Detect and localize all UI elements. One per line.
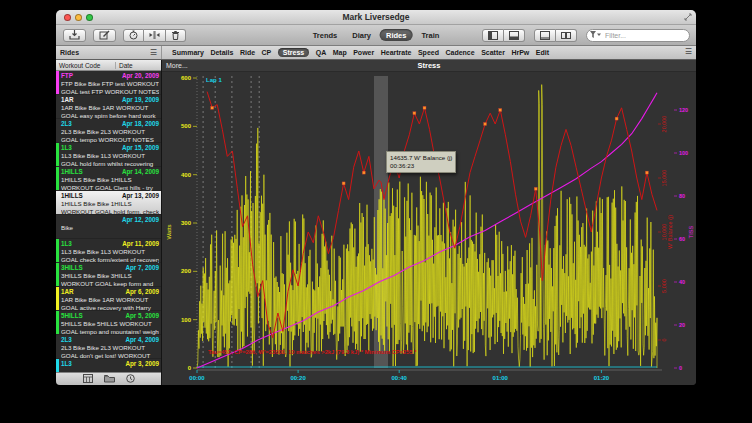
ride-date: Apr 7, 2009 bbox=[125, 264, 159, 272]
sidebar-title: Rides bbox=[60, 49, 79, 56]
chart-tab-details[interactable]: Details bbox=[210, 49, 233, 56]
ride-list-item[interactable]: Apr 12, 2009Bike bbox=[56, 215, 161, 239]
tabbed-view-button[interactable] bbox=[534, 29, 556, 42]
chart-tab-cp[interactable]: CP bbox=[262, 49, 272, 56]
ride-code: 5HILLS bbox=[61, 312, 83, 320]
funnel-icon[interactable] bbox=[590, 31, 602, 40]
stopwatch-icon bbox=[129, 30, 138, 40]
sidebar-bottom-bar bbox=[56, 372, 161, 385]
chart-tab-ride[interactable]: Ride bbox=[240, 49, 255, 56]
view-tab-rides[interactable]: Rides bbox=[380, 29, 412, 41]
ride-color-stripe bbox=[56, 311, 59, 334]
layout-toggles-group bbox=[534, 29, 577, 42]
ride-date: Apr 6, 2009 bbox=[125, 288, 159, 296]
import-ride-button[interactable] bbox=[63, 29, 86, 42]
ride-date: Apr 14, 2009 bbox=[122, 168, 159, 176]
watts-tick-label: 100 bbox=[181, 317, 192, 323]
ride-list-item[interactable]: FTPApr 20, 2009FTP Bike Bike FTP test WO… bbox=[56, 71, 161, 95]
more-link[interactable]: More... bbox=[166, 62, 188, 69]
ride-date: Apr 18, 2009 bbox=[122, 120, 159, 128]
sidebar-header: Rides ☰ bbox=[56, 46, 162, 59]
ride-list-item[interactable]: 5HILLSApr 5, 20095HILLS Bike 5HILLS WORK… bbox=[56, 311, 161, 335]
match-marker bbox=[534, 187, 537, 190]
ride-color-stripe bbox=[56, 263, 59, 286]
chart-tab-edit[interactable]: Edit bbox=[536, 49, 549, 56]
chart-tab-hrpw[interactable]: HrPw bbox=[511, 49, 529, 56]
ride-date: Apr 3, 2009 bbox=[125, 360, 159, 368]
ride-list-item[interactable]: 1ARApr 6, 20091AR Bike Bike 1AR WORKOUTG… bbox=[56, 287, 161, 311]
calendar-view-icon[interactable] bbox=[83, 374, 93, 384]
ride-list-item[interactable]: 1HILLSApr 14, 20091HILLS Bike Bike 1HILL… bbox=[56, 167, 161, 191]
clock-icon[interactable] bbox=[126, 374, 135, 384]
toggle-bottom-panel-button[interactable] bbox=[504, 29, 525, 42]
ride-list-item[interactable]: 2L3Apr 4, 20092L3 Bike Bike 2L3 WORKOUTG… bbox=[56, 335, 161, 359]
ride-description: 5HILLS Bike 5HILLS WORKOUT bbox=[61, 320, 159, 328]
ride-list-column-header[interactable]: Workout Code Date bbox=[56, 60, 161, 71]
tab-strip: Rides ☰ SummaryDetailsRideCPStressQAMapP… bbox=[56, 46, 696, 60]
minimize-button[interactable] bbox=[75, 14, 82, 21]
match-marker bbox=[423, 106, 426, 109]
zoom-button[interactable] bbox=[86, 14, 93, 21]
folder-icon[interactable] bbox=[104, 374, 115, 384]
tiss-tick-label: 20 bbox=[679, 322, 685, 328]
column-date[interactable]: Date bbox=[116, 62, 133, 69]
stress-chart[interactable]: 0100200300400500600Watts00:0000:2000:400… bbox=[162, 72, 696, 385]
ride-list-item[interactable]: 1L3Apr 11, 20091L3 Bike Bike 1L3 WORKOUT… bbox=[56, 239, 161, 263]
delete-ride-button[interactable] bbox=[166, 29, 186, 42]
sidebar-menu-icon[interactable]: ☰ bbox=[150, 49, 157, 57]
match-marker bbox=[499, 109, 502, 112]
watts-tick-label: 0 bbox=[188, 365, 192, 371]
chart-tab-heartrate[interactable]: Heartrate bbox=[381, 49, 412, 56]
ride-list-item[interactable]: 1L3Apr 3, 2009 bbox=[56, 359, 161, 372]
chart-tabs: SummaryDetailsRideCPStressQAMapPowerHear… bbox=[162, 46, 696, 59]
manual-entry-button[interactable] bbox=[93, 29, 116, 42]
chart-tab-cadence[interactable]: Cadence bbox=[445, 49, 474, 56]
ride-code: 1L3 bbox=[61, 360, 72, 368]
time-tick-label: 00:20 bbox=[290, 375, 306, 381]
chart-tab-stress[interactable]: Stress bbox=[278, 48, 309, 57]
ride-list-item[interactable]: 3HILLSApr 7, 20093HILLS Bike Bike 3HILLS… bbox=[56, 263, 161, 287]
chart-tab-summary[interactable]: Summary bbox=[172, 49, 204, 56]
split-ride-button[interactable] bbox=[144, 29, 166, 42]
stress-chart-svg[interactable]: 0100200300400500600Watts00:0000:2000:400… bbox=[162, 72, 696, 385]
trash-icon bbox=[171, 30, 180, 40]
chart-tab-speed[interactable]: Speed bbox=[418, 49, 439, 56]
ride-code: 2L3 bbox=[61, 336, 72, 344]
view-tab-diary[interactable]: Diary bbox=[346, 29, 377, 41]
ride-code-date-line: 1L3Apr 3, 2009 bbox=[61, 360, 159, 368]
ride-code-date-line: 1HILLSApr 13, 2009 bbox=[61, 192, 159, 200]
ride-color-stripe bbox=[56, 71, 59, 94]
ride-code-date-line: 5HILLSApr 5, 2009 bbox=[61, 312, 159, 320]
ride-code: FTP bbox=[61, 72, 73, 80]
app-window: Mark Liversedge bbox=[56, 10, 696, 385]
view-tab-trends[interactable]: Trends bbox=[307, 29, 344, 41]
cp-annotation: Tau=451, CP=286, W'=23000, 10 matches >2… bbox=[208, 349, 417, 355]
window-title: Mark Liversedge bbox=[56, 12, 696, 22]
toolbar-right-group bbox=[482, 29, 690, 42]
view-tab-train[interactable]: Train bbox=[415, 29, 445, 41]
resize-grip-icon[interactable] bbox=[684, 13, 692, 22]
close-button[interactable] bbox=[64, 14, 71, 21]
match-marker bbox=[484, 123, 487, 126]
match-marker bbox=[615, 117, 618, 120]
tiled-view-button[interactable] bbox=[556, 29, 577, 42]
ride-code: 1L3 bbox=[61, 144, 72, 152]
title-bar[interactable]: Mark Liversedge bbox=[56, 10, 696, 25]
view-scope-tabs: TrendsDiaryRidesTrain bbox=[307, 29, 446, 41]
ride-list-item[interactable]: 1L3Apr 15, 20091L3 Bike Bike 1L3 WORKOUT… bbox=[56, 143, 161, 167]
stopwatch-button[interactable] bbox=[123, 29, 144, 42]
chart-tab-scatter[interactable]: Scatter bbox=[481, 49, 505, 56]
chart-tab-power[interactable]: Power bbox=[353, 49, 374, 56]
chart-menu-icon[interactable]: ☰ bbox=[685, 48, 692, 56]
ride-list-item[interactable]: 1HILLSApr 13, 20091HILLS Bike Bike 1HILL… bbox=[56, 191, 161, 215]
toggle-left-sidebar-button[interactable] bbox=[482, 29, 504, 42]
ride-list-item[interactable]: 1ARApr 19, 20091AR Bike Bike 1AR WORKOUT… bbox=[56, 95, 161, 119]
chart-tab-qa[interactable]: QA bbox=[316, 49, 327, 56]
ride-date: Apr 5, 2009 bbox=[125, 312, 159, 320]
ride-list-item[interactable]: 2L3Apr 18, 20092L3 Bike Bike 2L3 WORKOUT… bbox=[56, 119, 161, 143]
ride-description: FTP Bike Bike FTP test WORKOUT bbox=[61, 80, 159, 88]
chart-tab-map[interactable]: Map bbox=[333, 49, 347, 56]
ride-code: 1AR bbox=[61, 288, 74, 296]
column-workout-code[interactable]: Workout Code bbox=[56, 62, 116, 69]
rides-sidebar: Workout Code Date FTPApr 20, 2009FTP Bik… bbox=[56, 60, 162, 385]
